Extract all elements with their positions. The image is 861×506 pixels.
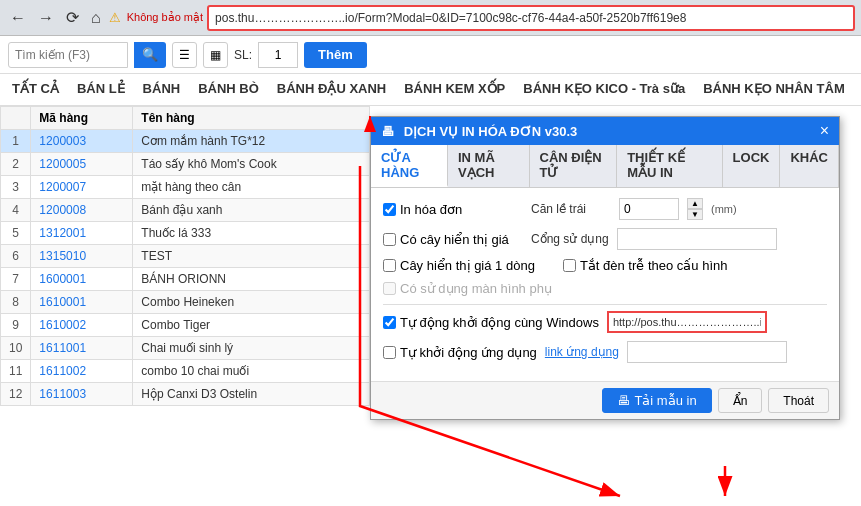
row-num: 7 (1, 268, 31, 291)
co-cay-hien-thi-gia-check[interactable]: Có cây hiển thị giá (383, 232, 523, 247)
tai-mau-in-button[interactable]: 🖶 Tải mẫu in (602, 388, 711, 413)
form-row-cay-1-dong: Cây hiển thị giá 1 dòng Tắt đèn trễ theo… (383, 258, 827, 273)
row-code: 1610001 (31, 291, 133, 314)
tu-dong-khoi-dong-check[interactable]: Tự động khởi động cùng Windows (383, 315, 599, 330)
cong-su-dung-input[interactable] (617, 228, 777, 250)
address-bar[interactable] (207, 5, 855, 31)
menu-button[interactable]: ☰ (172, 42, 197, 68)
table-row[interactable]: 12 1611003 Hộp Canxi D3 Ostelin (1, 383, 370, 406)
row-num: 5 (1, 222, 31, 245)
table-row[interactable]: 10 1611001 Chai muối sinh lý (1, 337, 370, 360)
tab-can-dien-tu[interactable]: CÂN ĐIỆN TỬ (530, 145, 618, 187)
tab-lock[interactable]: LOCK (723, 145, 781, 187)
tu-khoi-dong-check[interactable]: Tự khởi động ứng dụng (383, 345, 537, 360)
table-row[interactable]: 3 1200007 mặt hàng theo cân (1, 176, 370, 199)
in-hoa-don-checkbox[interactable] (383, 203, 396, 216)
row-code: 1611003 (31, 383, 133, 406)
back-button[interactable]: ← (6, 8, 30, 28)
dialog-close-button[interactable]: × (820, 123, 829, 139)
row-num: 3 (1, 176, 31, 199)
cat-tab-banhbo[interactable]: BÁNH BÒ (190, 75, 267, 104)
row-name: Bánh đậu xanh (133, 199, 370, 222)
row-num: 2 (1, 153, 31, 176)
link-ung-dung-label[interactable]: link ứng dụng (545, 345, 619, 359)
cat-tab-banhdauxanh[interactable]: BÁNH ĐẬU XANH (269, 75, 394, 104)
row-name: Táo sấy khô Mom's Cook (133, 153, 370, 176)
url-input[interactable] (607, 311, 767, 333)
can-le-input[interactable] (619, 198, 679, 220)
dialog-footer: 🖶 Tải mẫu in Ẩn Thoát (371, 381, 839, 419)
not-secure-label: Không bảo mật (127, 11, 203, 24)
row-num: 6 (1, 245, 31, 268)
row-num: 1 (1, 130, 31, 153)
cat-tab-banhkeonhantam[interactable]: BÁNH KẸO NHÂN TÂM (695, 75, 853, 104)
table-row[interactable]: 6 1315010 TEST (1, 245, 370, 268)
them-button[interactable]: Thêm (304, 42, 367, 68)
row-num: 11 (1, 360, 31, 383)
spinner-up[interactable]: ▲ (687, 198, 703, 209)
table-row[interactable]: 7 1600001 BÁNH ORIONN (1, 268, 370, 291)
cong-su-dung-label: Cổng sử dụng (531, 232, 611, 246)
grid-button[interactable]: ▦ (203, 42, 228, 68)
table-row[interactable]: 2 1200005 Táo sấy khô Mom's Cook (1, 153, 370, 176)
dialog-title-text: DỊCH VỤ IN HÓA ĐƠN v30.3 (404, 124, 578, 139)
tab-in-ma-vach[interactable]: IN MÃ VẠCH (448, 145, 530, 187)
tu-dong-khoi-dong-checkbox[interactable] (383, 316, 396, 329)
form-row-co-cay: Có cây hiển thị giá Cổng sử dụng (383, 228, 827, 250)
dialog-title-bar: 🖶 DỊCH VỤ IN HÓA ĐƠN v30.3 × (371, 117, 839, 145)
thoat-button[interactable]: Thoát (768, 388, 829, 413)
search-button[interactable]: 🔍 (134, 42, 166, 68)
cat-tab-banle[interactable]: BÁN LẺ (69, 75, 133, 104)
table-row[interactable]: 1 1200003 Cơm mắm hành TG*12 (1, 130, 370, 153)
table-row[interactable]: 5 1312001 Thuốc lá 333 (1, 222, 370, 245)
row-code: 1600001 (31, 268, 133, 291)
sl-input[interactable] (258, 42, 298, 68)
table-row[interactable]: 11 1611002 combo 10 chai muối (1, 360, 370, 383)
search-input[interactable] (8, 42, 128, 68)
home-button[interactable]: ⌂ (87, 8, 105, 28)
table-row[interactable]: 8 1610001 Combo Heineken (1, 291, 370, 314)
category-tabs: TẤT CẢ BÁN LẺ BÁNH BÁNH BÒ BÁNH ĐẬU XANH… (0, 74, 861, 106)
cat-tab-all[interactable]: TẤT CẢ (4, 75, 67, 104)
tat-den-tre-check[interactable]: Tắt đèn trễ theo cấu hình (563, 258, 728, 273)
toolbar: 🔍 ☰ ▦ SL: Thêm (0, 36, 861, 74)
table-row[interactable]: 4 1200008 Bánh đậu xanh (1, 199, 370, 222)
row-num: 8 (1, 291, 31, 314)
dialog-body: In hóa đơn Căn lề trái ▲ ▼ (mm) Có cây h… (371, 188, 839, 381)
table-row[interactable]: 9 1610002 Combo Tiger (1, 314, 370, 337)
product-table: Mã hàng Tên hàng 1 1200003 Cơm mắm hành … (0, 106, 370, 406)
row-code: 1200008 (31, 199, 133, 222)
cay-1-dong-check[interactable]: Cây hiển thị giá 1 dòng (383, 258, 535, 273)
product-table-container: Mã hàng Tên hàng 1 1200003 Cơm mắm hành … (0, 106, 370, 506)
col-code: Mã hàng (31, 107, 133, 130)
cat-tab-banhkemxop[interactable]: BÁNH KEM XỐP (396, 75, 513, 104)
tab-khac[interactable]: KHÁC (780, 145, 839, 187)
form-row-tu-khoi-dong: Tự khởi động ứng dụng link ứng dụng (383, 341, 827, 363)
co-cay-hien-thi-gia-checkbox[interactable] (383, 233, 396, 246)
link-ung-dung-input[interactable] (627, 341, 787, 363)
in-hoa-don-check[interactable]: In hóa đơn (383, 202, 523, 217)
row-code: 1315010 (31, 245, 133, 268)
main-area: Mã hàng Tên hàng 1 1200003 Cơm mắm hành … (0, 106, 861, 506)
can-le-spinner[interactable]: ▲ ▼ (687, 198, 703, 220)
an-button[interactable]: Ẩn (718, 388, 763, 413)
tab-thiet-ke-mau-in[interactable]: THIẾT KẾ MẪU IN (617, 145, 722, 187)
row-name: combo 10 chai muối (133, 360, 370, 383)
cat-tab-banhkeokico[interactable]: BÁNH KẸO KICO - Trà sữa (515, 75, 693, 104)
cay-1-dong-checkbox[interactable] (383, 259, 396, 272)
reload-button[interactable]: ⟳ (62, 8, 83, 28)
spinner-down[interactable]: ▼ (687, 209, 703, 220)
tat-den-tre-checkbox[interactable] (563, 259, 576, 272)
row-code: 1312001 (31, 222, 133, 245)
warning-icon: ⚠ (109, 10, 121, 25)
row-code: 1200005 (31, 153, 133, 176)
tu-khoi-dong-checkbox[interactable] (383, 346, 396, 359)
man-hinh-phu-check[interactable]: Có sử dụng màn hình phụ (383, 281, 552, 296)
tab-cua-hang[interactable]: CỬA HÀNG (371, 145, 448, 187)
forward-button[interactable]: → (34, 8, 58, 28)
cong-su-dung-area: Cổng sử dụng (531, 228, 777, 250)
row-code: 1611001 (31, 337, 133, 360)
row-name: BÁNH ORIONN (133, 268, 370, 291)
form-row-man-hinh-phu: Có sử dụng màn hình phụ (383, 281, 827, 296)
cat-tab-banh[interactable]: BÁNH (135, 75, 189, 104)
